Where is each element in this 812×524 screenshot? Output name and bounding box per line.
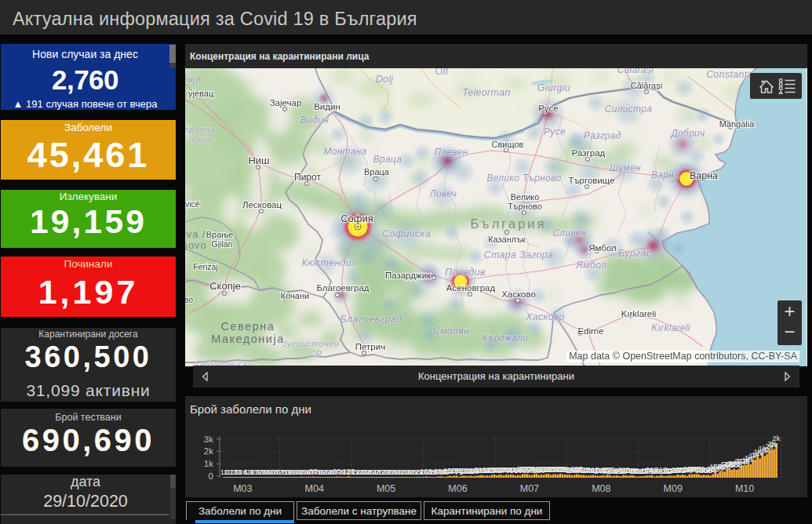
svg-text:M05: M05 (377, 483, 395, 494)
svg-text:Велико: Велико (511, 192, 540, 202)
svg-text:Ямбол: Ямбол (588, 243, 617, 253)
svg-text:Монтана: Монтана (323, 146, 366, 157)
svg-text:Петрич: Петрич (355, 342, 385, 351)
svg-text:Враца: Враца (373, 154, 402, 165)
svg-text:1k: 1k (204, 459, 213, 468)
svg-text:Търново: Търново (508, 202, 542, 211)
svg-text:етово: етово (185, 295, 193, 304)
svg-text:Kırklareli: Kırklareli (651, 322, 690, 333)
svg-text:Зајечар: Зајечар (270, 98, 302, 107)
svg-text:Врање: Врање (206, 230, 234, 239)
svg-text:Видин: Видин (300, 115, 329, 126)
svg-text:Смолян: Смолян (433, 326, 470, 337)
svg-text:Călărași: Călărași (617, 68, 654, 75)
svg-text:Стара Загора: Стара Загора (484, 249, 554, 260)
svg-text:Северна: Северна (221, 320, 275, 333)
svg-text:Сливен: Сливен (552, 227, 586, 238)
svg-text:Бургас: Бургас (618, 248, 652, 259)
svg-text:M04: M04 (305, 483, 324, 494)
svg-text:Edirne: Edirne (577, 326, 603, 336)
svg-text:Силистра: Силистра (605, 104, 652, 115)
svg-text:Асеновград: Асеновград (446, 283, 496, 293)
svg-text:трална: трална (185, 125, 216, 134)
svg-text:Благоевград: Благоевград (316, 283, 369, 293)
svg-text:2k: 2k (204, 446, 213, 456)
svg-text:рбија: рбија (185, 73, 202, 85)
svg-text:Кюстендил: Кюстендил (302, 257, 358, 268)
svg-text:2k: 2k (773, 434, 781, 442)
svg-text:Търговище: Търговище (568, 176, 614, 185)
svg-text:Русе: Русе (538, 104, 558, 113)
svg-text:Кочани: Кочани (281, 291, 309, 300)
svg-text:Југоисточен: Југоисточен (282, 339, 340, 348)
svg-text:Лесковац: Лесковац (242, 200, 282, 209)
svg-text:България: България (471, 217, 547, 231)
svg-text:Gjilan: Gjilan (212, 239, 233, 249)
svg-text:Свищов: Свищов (492, 140, 524, 149)
svg-text:Пазарджик: Пазарджик (385, 271, 431, 280)
svg-text:Mangalia: Mangalia (719, 119, 756, 129)
svg-text:Казанлък: Казанлък (488, 235, 526, 244)
svg-text:M07: M07 (520, 483, 539, 494)
svg-text:Благоевград: Благоевград (340, 314, 402, 325)
svg-text:СР: СР (309, 349, 322, 358)
svg-text:Ямбол: Ямбол (575, 260, 606, 271)
svg-text:M09: M09 (664, 483, 683, 494)
svg-text:Враца: Враца (364, 167, 390, 176)
svg-text:Видин: Видин (314, 102, 340, 111)
svg-text:M06: M06 (448, 483, 467, 494)
svg-text:Teleorman: Teleorman (462, 87, 510, 98)
svg-text:Olt: Olt (435, 68, 449, 77)
svg-text:Хасково: Хасково (525, 311, 565, 322)
svg-text:Варна: Варна (651, 169, 679, 180)
svg-text:Варна: Варна (690, 170, 718, 181)
svg-text:M08: M08 (592, 483, 610, 494)
svg-text:ova /: ova / (185, 228, 206, 240)
svg-text:Кърджали: Кърджали (482, 333, 528, 344)
svg-text:Софийска: Софийска (382, 228, 431, 239)
svg-text:Разград: Разград (572, 148, 606, 158)
svg-text:Giurgiu: Giurgiu (537, 82, 570, 93)
svg-text:M10: M10 (735, 483, 754, 494)
svg-text:Шумен: Шумен (610, 162, 641, 173)
svg-text:обија: обија (188, 134, 212, 144)
svg-text:Русе: Русе (544, 126, 566, 137)
svg-text:Македонија: Македонија (211, 333, 284, 345)
svg-text:Пловдив: Пловдив (445, 267, 486, 278)
svg-text:osovo: osovo (185, 239, 207, 251)
svg-text:Ниш: Ниш (248, 155, 269, 166)
svg-text:ујевац: ујевац (188, 89, 214, 98)
svg-text:Ferizaj: Ferizaj (193, 262, 218, 271)
svg-text:Плевен: Плевен (434, 147, 468, 158)
svg-text:0: 0 (209, 471, 213, 481)
svg-text:Kırklareli: Kırklareli (621, 309, 657, 318)
svg-text:Пирот: Пирот (294, 172, 321, 183)
svg-text:Ловеч: Ловеч (429, 188, 457, 199)
svg-text:София: София (340, 213, 373, 224)
svg-text:vicē: vicē (185, 199, 200, 209)
svg-text:Велико Търново: Велико Търново (486, 173, 561, 184)
svg-text:Скопје: Скопје (209, 280, 241, 292)
svg-text:Добрич: Добрич (669, 128, 705, 139)
svg-text:M03: M03 (233, 483, 252, 494)
svg-text:Constanța: Constanța (706, 69, 753, 80)
svg-text:Разград: Разград (584, 130, 621, 141)
svg-text:Călărași: Călărași (631, 81, 662, 90)
svg-text:Dolj: Dolj (376, 74, 395, 85)
svg-text:Хасково: Хасково (501, 289, 536, 299)
svg-text:3k: 3k (204, 435, 213, 444)
